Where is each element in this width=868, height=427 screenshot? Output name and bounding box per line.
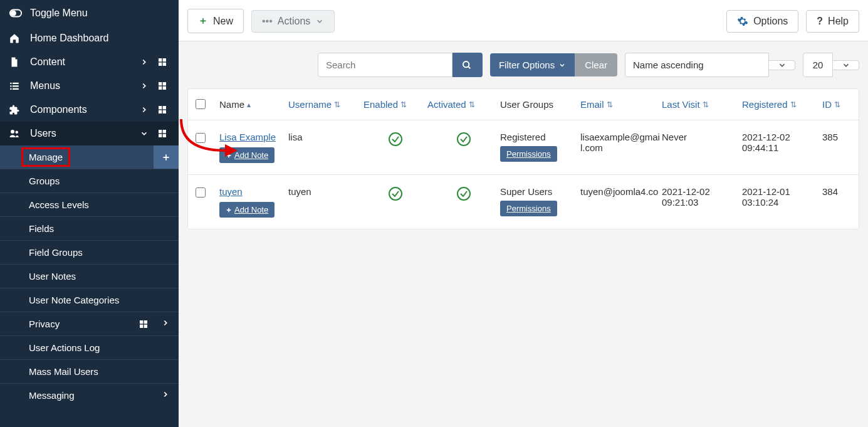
toggle-menu[interactable]: Toggle Menu	[0, 0, 179, 26]
sidebar-sub-privacy[interactable]: Privacy	[0, 312, 179, 335]
col-id[interactable]: ID ⇅	[822, 98, 854, 111]
sidebar-sub-mass-mail-users[interactable]: Mass Mail Users	[0, 359, 179, 383]
limit-select[interactable]: 20	[803, 53, 833, 77]
nav-label: Menus	[30, 80, 139, 92]
sub-label: Mass Mail Users	[29, 366, 98, 377]
nav-label: Users	[30, 128, 139, 139]
col-name[interactable]: Name ▴	[219, 98, 288, 111]
svg-point-30	[389, 133, 402, 145]
grid-icon[interactable]	[155, 81, 170, 91]
svg-rect-5	[163, 63, 166, 66]
chevron-down-icon	[315, 17, 324, 26]
plus-icon	[226, 207, 232, 213]
svg-rect-23	[144, 320, 147, 324]
users-icon	[9, 128, 21, 139]
cell-activated[interactable]	[427, 132, 500, 149]
help-button[interactable]: ? Help	[806, 10, 859, 33]
clear-button[interactable]: Clear	[575, 53, 617, 76]
add-icon[interactable]	[154, 145, 179, 169]
svg-rect-4	[159, 63, 162, 66]
cell-enabled[interactable]	[363, 132, 427, 149]
cell-registered: 2021-12-02 09:44:11	[742, 132, 822, 153]
sort-asc-icon: ▴	[247, 100, 251, 109]
row-checkbox[interactable]	[196, 133, 206, 143]
svg-rect-12	[159, 110, 162, 113]
search-input[interactable]	[318, 53, 452, 77]
svg-point-35	[458, 187, 470, 200]
sidebar-sub-access-levels[interactable]: Access Levels	[0, 192, 179, 216]
svg-rect-19	[163, 134, 166, 137]
sort-caret[interactable]	[769, 60, 795, 70]
nav-label: Content	[30, 56, 139, 68]
grid-icon[interactable]	[155, 129, 170, 139]
sidebar-item-menus[interactable]: Menus	[0, 74, 179, 98]
sort-icon: ⇅	[400, 100, 407, 109]
col-email[interactable]: Email ⇅	[580, 98, 662, 111]
sidebar-sub-groups[interactable]: Groups	[0, 169, 179, 192]
sub-label: Access Levels	[29, 199, 89, 210]
svg-rect-6	[159, 82, 162, 85]
options-button[interactable]: Options	[726, 10, 798, 33]
chevron-down-icon	[778, 61, 787, 70]
sidebar-item-users[interactable]: Users	[0, 122, 179, 145]
chevron-right-icon	[161, 319, 170, 329]
select-all-checkbox[interactable]	[196, 99, 206, 109]
help-label: Help	[828, 16, 849, 27]
col-enabled[interactable]: Enabled ⇅	[363, 98, 427, 111]
actions-button[interactable]: ••• Actions	[251, 10, 335, 33]
sidebar-sub-field-groups[interactable]: Field Groups	[0, 240, 179, 264]
sidebar-item-components[interactable]: Components	[0, 98, 179, 122]
chevron-right-icon	[139, 82, 150, 90]
sort-icon: ⇅	[703, 100, 709, 109]
user-name-link[interactable]: Lisa Example	[219, 132, 276, 142]
new-button[interactable]: ＋ New	[187, 9, 244, 33]
sort-select[interactable]: Name ascending	[625, 53, 769, 77]
sidebar-sub-user-actions-log[interactable]: User Actions Log	[0, 335, 179, 359]
sub-label: Privacy	[29, 319, 60, 329]
cell-activated[interactable]	[427, 186, 500, 203]
filter-options-button[interactable]: Filter Options	[490, 53, 575, 76]
sidebar-sub-messaging[interactable]: Messaging	[0, 383, 179, 407]
sidebar-item-content[interactable]: Content	[0, 50, 179, 74]
sidebar-sub-user-notes[interactable]: User Notes	[0, 264, 179, 288]
permissions-button[interactable]: Permissions	[500, 201, 557, 216]
svg-point-34	[389, 187, 402, 200]
table-row: tuyen Add Note tuyen Super Users Permiss…	[188, 175, 859, 229]
sidebar-sub-user-note-categories[interactable]: User Note Categories	[0, 288, 179, 312]
cell-enabled[interactable]	[363, 186, 427, 203]
toggle-label: Toggle Menu	[30, 8, 88, 19]
puzzle-icon	[9, 104, 21, 115]
search-button[interactable]	[452, 53, 483, 77]
grid-icon[interactable]	[155, 105, 170, 115]
col-username[interactable]: Username ⇅	[288, 98, 363, 111]
sidebar-sub-manage[interactable]: Manage	[0, 145, 179, 169]
sidebar-item-home-dashboard[interactable]: Home Dashboard	[0, 26, 179, 50]
question-icon: ?	[817, 16, 823, 27]
svg-rect-13	[163, 110, 166, 113]
filter-options-label: Filter Options	[499, 60, 555, 70]
grid-icon[interactable]	[136, 319, 151, 329]
sort-icon: ⇅	[790, 100, 797, 109]
sidebar-sub-fields[interactable]: Fields	[0, 216, 179, 240]
nav-label: Home Dashboard	[30, 33, 170, 44]
sub-label: User Notes	[29, 271, 76, 282]
permissions-button[interactable]: Permissions	[500, 146, 557, 162]
limit-caret[interactable]	[833, 60, 859, 70]
gear-icon	[737, 16, 748, 27]
row-checkbox[interactable]	[196, 187, 206, 198]
add-note-button[interactable]: Add Note	[219, 147, 275, 163]
grid-icon[interactable]	[155, 57, 170, 67]
col-registered[interactable]: Registered ⇅	[742, 98, 822, 111]
col-activated[interactable]: Activated ⇅	[427, 98, 500, 111]
cell-group: Registered	[500, 132, 546, 142]
users-table: Name ▴ Username ⇅ Enabled ⇅ Activated ⇅ …	[187, 88, 859, 229]
add-note-button[interactable]: Add Note	[219, 202, 275, 218]
chevron-right-icon	[161, 390, 170, 401]
file-icon	[9, 56, 21, 68]
sub-label: Manage	[29, 152, 63, 162]
chevron-down-icon	[558, 61, 566, 69]
user-name-link[interactable]: tuyen	[219, 186, 243, 197]
list-icon	[9, 80, 21, 92]
svg-point-31	[458, 133, 470, 145]
col-lastvisit[interactable]: Last Visit ⇅	[662, 98, 742, 111]
